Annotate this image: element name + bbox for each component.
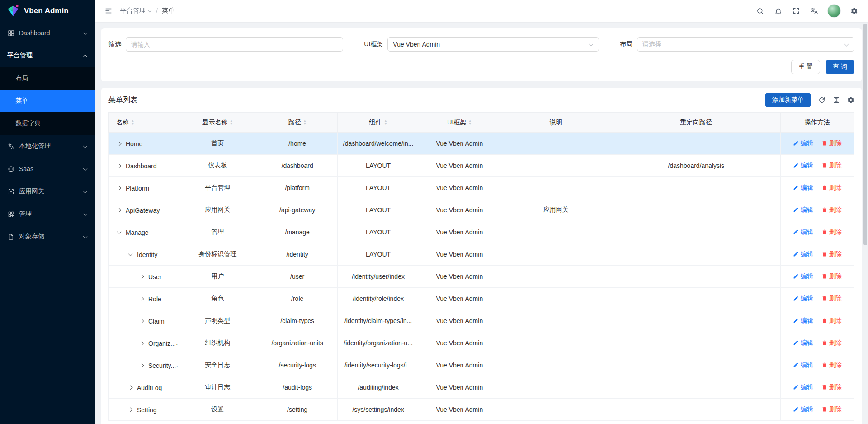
trash-icon: [821, 362, 827, 368]
delete-button[interactable]: 删除: [821, 250, 842, 258]
edit-button[interactable]: 编辑: [793, 383, 813, 391]
pencil-icon: [793, 273, 799, 279]
sidebar-item-layout[interactable]: 布局: [0, 67, 95, 90]
sidebar-item-platform[interactable]: 平台管理: [0, 44, 95, 67]
table-row[interactable]: Role角色/role/identity/role/indexVue Vben …: [109, 288, 854, 310]
column-header-ui-framework[interactable]: UI框架 ▲▼: [419, 113, 500, 133]
collapse-row-icon[interactable]: [115, 229, 123, 236]
delete-button[interactable]: 删除: [821, 339, 842, 347]
expand-row-icon[interactable]: [138, 362, 145, 369]
expand-row-icon[interactable]: [115, 207, 123, 214]
cell-redirect: [612, 332, 781, 354]
sidebar-item-localization[interactable]: 本地化管理: [0, 135, 95, 157]
sort-icon[interactable]: ▲▼: [384, 119, 387, 125]
ui-framework-select[interactable]: Vue Vben Admin: [387, 37, 599, 52]
sidebar-item-saas[interactable]: Saas: [0, 157, 95, 180]
translate-icon[interactable]: [807, 3, 822, 19]
table-row[interactable]: ApiGateway应用网关/api-gatewayLAYOUTVue Vben…: [109, 199, 854, 221]
sort-icon[interactable]: ▲▼: [230, 119, 233, 125]
table-row[interactable]: Setting设置/setting/sys/settings/indexVue …: [109, 399, 854, 421]
edit-button[interactable]: 编辑: [793, 361, 813, 369]
table-row[interactable]: Security...安全日志/security-logs/identity/s…: [109, 354, 854, 376]
delete-button[interactable]: 删除: [821, 295, 842, 303]
filter-input[interactable]: [126, 37, 343, 52]
edit-button[interactable]: 编辑: [793, 272, 813, 281]
expand-row-icon[interactable]: [138, 340, 145, 347]
collapse-row-icon[interactable]: [127, 251, 134, 258]
scrollbar-thumb[interactable]: [863, 24, 867, 245]
expand-row-icon[interactable]: [138, 318, 145, 325]
delete-button[interactable]: 删除: [821, 184, 842, 192]
menu-fold-icon[interactable]: [101, 4, 116, 18]
sidebar-item-dictionary[interactable]: 数据字典: [0, 112, 95, 135]
edit-button[interactable]: 编辑: [793, 317, 813, 325]
query-button[interactable]: 查 询: [826, 60, 854, 74]
expand-row-icon[interactable]: [138, 273, 145, 281]
expand-row-icon[interactable]: [115, 140, 123, 148]
delete-button[interactable]: 删除: [821, 383, 842, 391]
table-row[interactable]: Home首页/home/dashboard/welcome/in...Vue V…: [109, 133, 854, 155]
sidebar-item-menu[interactable]: 菜单: [0, 90, 95, 112]
row-height-icon[interactable]: [833, 96, 840, 104]
edit-button[interactable]: 编辑: [793, 339, 813, 347]
column-header-name[interactable]: 名称 ▲▼: [109, 113, 178, 133]
expand-row-icon[interactable]: [115, 185, 123, 192]
edit-button[interactable]: 编辑: [793, 184, 813, 192]
settings-gear-icon[interactable]: [846, 3, 862, 19]
table-row[interactable]: Claim声明类型/claim-types/identity/claim-typ…: [109, 310, 854, 332]
logo[interactable]: Vben Admin: [0, 0, 95, 22]
sort-icon[interactable]: ▲▼: [131, 119, 134, 125]
sidebar-item-storage[interactable]: 对象存储: [0, 225, 95, 248]
delete-button[interactable]: 删除: [821, 361, 842, 369]
edit-button[interactable]: 编辑: [793, 139, 813, 148]
trash-icon: [821, 251, 827, 257]
column-header-component[interactable]: 组件 ▲▼: [338, 113, 419, 133]
cell-actions: 编辑删除: [780, 199, 854, 221]
sidebar-item-manage[interactable]: 管理: [0, 203, 95, 225]
expand-row-icon[interactable]: [138, 295, 145, 303]
delete-button[interactable]: 删除: [821, 405, 842, 414]
table-row[interactable]: Platform平台管理/platformLAYOUTVue Vben Admi…: [109, 177, 854, 199]
edit-button[interactable]: 编辑: [793, 295, 813, 303]
sidebar-item-gateway[interactable]: 应用网关: [0, 180, 95, 203]
reset-button[interactable]: 重 置: [791, 60, 820, 74]
column-settings-gear-icon[interactable]: [847, 96, 854, 104]
expand-row-icon[interactable]: [127, 384, 134, 391]
table-row[interactable]: Identity身份标识管理/identityLAYOUTVue Vben Ad…: [109, 243, 854, 266]
table-row[interactable]: Organiz...组织机构/organization-units/identi…: [109, 332, 854, 354]
table-row[interactable]: User用户/user/identity/user/indexVue Vben …: [109, 266, 854, 288]
add-menu-button[interactable]: 添加新菜单: [765, 93, 811, 107]
column-header-path[interactable]: 路径 ▲▼: [257, 113, 338, 133]
edit-button[interactable]: 编辑: [793, 405, 813, 414]
edit-button[interactable]: 编辑: [793, 250, 813, 258]
table-row[interactable]: Manage管理/manageLAYOUTVue Vben Admin编辑删除: [109, 221, 854, 243]
avatar[interactable]: [827, 4, 841, 18]
cell-redirect: [612, 288, 781, 310]
bell-icon[interactable]: [770, 3, 786, 19]
delete-button[interactable]: 删除: [821, 317, 842, 325]
cell-actions: 编辑删除: [780, 288, 854, 310]
edit-button[interactable]: 编辑: [793, 162, 813, 170]
expand-row-icon[interactable]: [127, 406, 134, 414]
delete-button[interactable]: 删除: [821, 162, 842, 170]
column-header-display-name[interactable]: 显示名称 ▲▼: [178, 113, 257, 133]
sort-icon[interactable]: ▲▼: [468, 119, 472, 125]
refresh-icon[interactable]: [818, 96, 826, 104]
delete-button[interactable]: 删除: [821, 206, 842, 214]
sort-icon[interactable]: ▲▼: [303, 119, 307, 125]
delete-button[interactable]: 删除: [821, 228, 842, 236]
table-row[interactable]: Dashboard仪表板/dashboardLAYOUTVue Vben Adm…: [109, 155, 854, 177]
expand-row-icon[interactable]: [115, 162, 123, 170]
cell-display-name: 安全日志: [178, 354, 257, 376]
delete-button[interactable]: 删除: [821, 139, 842, 148]
layout-select[interactable]: 请选择: [637, 37, 854, 52]
edit-button[interactable]: 编辑: [793, 206, 813, 214]
sidebar-item-dashboard[interactable]: Dashboard: [0, 22, 95, 44]
column-header-redirect: 重定向路径: [612, 113, 781, 133]
table-row[interactable]: AuditLog审计日志/audit-logs/auditing/indexVu…: [109, 376, 854, 399]
breadcrumb-parent[interactable]: 平台管理: [120, 7, 152, 15]
edit-button[interactable]: 编辑: [793, 228, 813, 236]
fullscreen-icon[interactable]: [788, 3, 804, 19]
delete-button[interactable]: 删除: [821, 272, 842, 281]
search-icon[interactable]: [752, 3, 768, 19]
